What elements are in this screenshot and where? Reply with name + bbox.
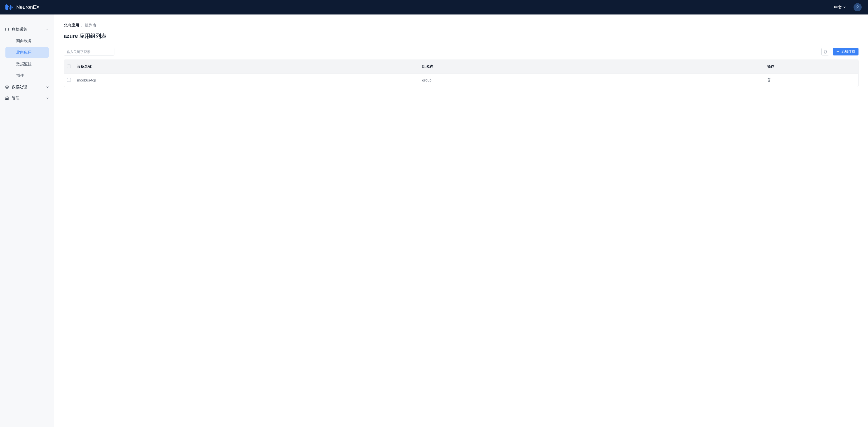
app-header: NeuronEX 中文 <box>0 0 868 15</box>
svg-point-2 <box>6 86 8 88</box>
layout: 数据采集 南向设备 北向应用 数据监控 插件 <box>0 15 868 427</box>
row-checkbox[interactable] <box>67 78 71 82</box>
select-all-checkbox[interactable] <box>67 64 71 68</box>
sidebar-item-label: 南向设备 <box>16 39 32 43</box>
menu-group-label: 数据采集 <box>12 27 27 32</box>
cell-group: group <box>419 74 764 87</box>
menu-group-label: 管理 <box>12 95 20 101</box>
menu-sub-list: 南向设备 北向应用 数据监控 插件 <box>0 35 54 81</box>
header-checkbox-cell <box>64 60 74 74</box>
add-subscription-button[interactable]: 添加订阅 <box>833 48 859 55</box>
svg-point-0 <box>857 6 858 7</box>
sidebar-item-monitoring[interactable]: 数据监控 <box>5 59 49 69</box>
chevron-down-icon <box>46 97 49 100</box>
logo-icon <box>5 4 13 11</box>
header-left: NeuronEX <box>5 4 39 11</box>
row-delete-button[interactable] <box>767 78 771 82</box>
column-header-device: 设备名称 <box>74 60 419 74</box>
row-checkbox-cell <box>64 74 74 87</box>
menu-group-header-data-processing[interactable]: 数据处理 <box>0 82 54 92</box>
sidebar-item-southbound[interactable]: 南向设备 <box>5 35 49 46</box>
breadcrumb-link-northbound[interactable]: 北向应用 <box>64 23 79 28</box>
svg-point-3 <box>6 97 8 99</box>
column-header-group: 组名称 <box>419 60 764 74</box>
column-header-action: 操作 <box>764 60 858 74</box>
sidebar-item-northbound[interactable]: 北向应用 <box>5 47 49 58</box>
user-icon <box>855 5 860 10</box>
gear-icon <box>5 96 9 100</box>
avatar[interactable] <box>854 3 862 11</box>
table-wrap: 设备名称 组名称 操作 modbus-tcp group <box>64 60 859 87</box>
menu-group-header-management[interactable]: 管理 <box>0 93 54 104</box>
database-icon <box>5 27 9 31</box>
page-title: azure 应用组列表 <box>64 32 859 39</box>
toolbar-right: 添加订阅 <box>822 48 859 55</box>
trash-icon <box>767 78 771 82</box>
toolbar: 添加订阅 <box>64 48 859 55</box>
chevron-down-icon <box>46 86 49 89</box>
language-label: 中文 <box>834 5 842 10</box>
sidebar-item-label: 插件 <box>16 73 24 78</box>
breadcrumb-current: 组列表 <box>85 23 96 28</box>
menu-group-label: 数据处理 <box>12 84 27 90</box>
sidebar-item-plugins[interactable]: 插件 <box>5 70 49 81</box>
language-switch[interactable]: 中文 <box>834 5 846 10</box>
chevron-up-icon <box>46 28 49 31</box>
table-row: modbus-tcp group <box>64 74 858 87</box>
product-name: NeuronEX <box>16 4 39 10</box>
cell-action <box>764 74 858 87</box>
svg-point-1 <box>6 28 8 29</box>
main-content: 北向应用 / 组列表 azure 应用组列表 添加订阅 <box>54 15 868 427</box>
processing-icon <box>5 85 9 89</box>
plus-icon <box>836 50 839 53</box>
cell-device: modbus-tcp <box>74 74 419 87</box>
menu-group-header-data-collection[interactable]: 数据采集 <box>0 24 54 35</box>
trash-icon <box>824 50 827 54</box>
add-button-label: 添加订阅 <box>841 50 855 54</box>
search-input[interactable] <box>64 48 115 55</box>
header-right: 中文 <box>834 3 862 11</box>
breadcrumb: 北向应用 / 组列表 <box>64 23 859 28</box>
bulk-delete-button[interactable] <box>822 48 829 55</box>
sidebar-item-label: 数据监控 <box>16 62 32 66</box>
menu-group-management: 管理 <box>0 93 54 104</box>
menu-group-data-collection: 数据采集 南向设备 北向应用 数据监控 插件 <box>0 24 54 81</box>
sidebar-item-label: 北向应用 <box>16 50 32 55</box>
menu-group-data-processing: 数据处理 <box>0 82 54 92</box>
breadcrumb-separator: / <box>82 23 83 28</box>
subscription-table: 设备名称 组名称 操作 modbus-tcp group <box>64 60 858 87</box>
sidebar: 数据采集 南向设备 北向应用 数据监控 插件 <box>0 15 54 427</box>
chevron-down-icon <box>843 6 846 9</box>
table-header-row: 设备名称 组名称 操作 <box>64 60 858 74</box>
